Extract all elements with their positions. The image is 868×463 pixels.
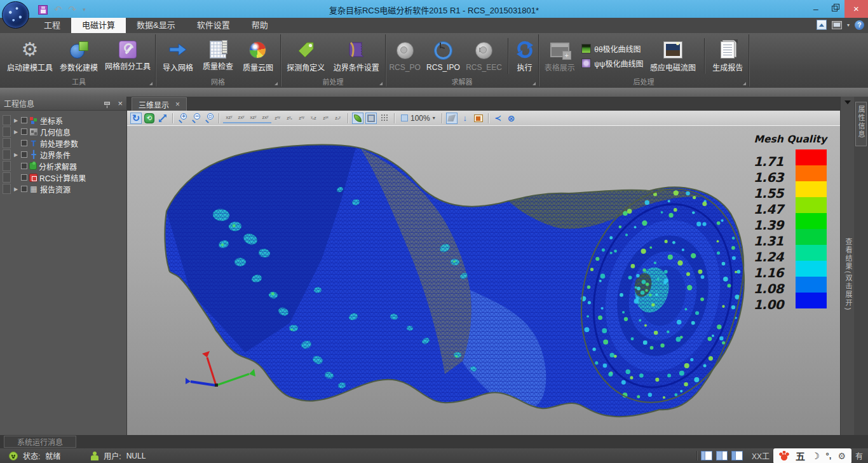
view-preset-8-button[interactable]: zʸˣ: [320, 113, 332, 123]
shaded-view-icon[interactable]: [354, 114, 362, 122]
tab-3d-display[interactable]: 三维显示 ×: [132, 97, 187, 111]
ime-gear-icon[interactable]: ⚙: [837, 451, 846, 461]
ui-style-dropdown-icon[interactable]: ▾: [847, 22, 850, 28]
tree-item-report-resources[interactable]: ▶▦报告资源: [0, 183, 126, 195]
tree-checkbox[interactable]: [21, 140, 27, 146]
redo-icon[interactable]: ↷: [69, 5, 77, 14]
minimize-button[interactable]: –: [806, 2, 825, 16]
tree-item-analysis-solver[interactable]: 分析求解器: [0, 160, 126, 172]
ime-paw-icon[interactable]: [779, 451, 789, 460]
tree-item-coordinate-system[interactable]: ▶坐标系: [0, 114, 126, 126]
zoom-in-icon[interactable]: +: [178, 113, 187, 123]
group-expander[interactable]: [532, 82, 536, 85]
close-tab-icon[interactable]: ×: [175, 100, 180, 108]
quality-check-button[interactable]: 质量检查: [200, 39, 236, 73]
menu-tab-3[interactable]: 软件设置: [186, 18, 241, 33]
strip-dropdown-icon[interactable]: [844, 100, 851, 104]
tree-checkbox[interactable]: [21, 151, 27, 158]
rotate-view-icon[interactable]: ↻: [130, 113, 142, 124]
restore-button[interactable]: [825, 2, 844, 16]
save-icon[interactable]: [38, 5, 48, 15]
parametric-modeling-button[interactable]: 参数化建模: [57, 38, 100, 74]
close-button[interactable]: ×: [844, 0, 868, 18]
mesh-partition-tool-button[interactable]: 网格剖分工具: [102, 39, 153, 73]
tree-checkbox[interactable]: [21, 163, 27, 169]
tree-item-preprocess-params[interactable]: T前处理参数: [0, 137, 126, 149]
tree-checkbox[interactable]: [21, 174, 27, 181]
view-preset-7-button[interactable]: ʸₓz: [308, 113, 320, 123]
ime-punctuation-icon[interactable]: °,: [826, 451, 832, 460]
rcs-eec-solver-button[interactable]: RCS_EEC: [463, 39, 505, 73]
refresh-view-icon[interactable]: ⟲: [144, 113, 154, 123]
view-preset-2-button[interactable]: xzʸ: [247, 113, 259, 123]
help-icon[interactable]: ?: [855, 20, 864, 30]
layout-bottom-panel-icon[interactable]: [731, 451, 743, 460]
menu-tab-2[interactable]: 数据&显示: [126, 18, 186, 33]
points-view-icon[interactable]: [381, 114, 389, 122]
app-logo-icon[interactable]: [2, 1, 29, 29]
clip-plane-icon[interactable]: [447, 114, 456, 121]
view-preset-5-button[interactable]: zʸₓ: [283, 113, 295, 123]
theta-polarization-curve-button[interactable]: θθ极化曲线图: [580, 43, 644, 55]
tree-expander-icon[interactable]: ▶: [13, 129, 19, 135]
tree-expander-icon[interactable]: ▶: [13, 186, 19, 192]
clear-view-icon[interactable]: ⊗: [506, 113, 517, 124]
export-image-icon[interactable]: [474, 114, 483, 122]
layout-left-panel-icon[interactable]: [701, 451, 712, 460]
view-preset-3-button[interactable]: zxʸ: [259, 113, 271, 123]
psi-polarization-curve-button[interactable]: ψψ极化曲线图: [580, 57, 644, 69]
view-preset-4-button[interactable]: zˣʸ: [271, 113, 283, 123]
rcs-po-solver-button[interactable]: RCS_PO: [386, 39, 423, 73]
detection-angle-button[interactable]: 探测角定义: [284, 38, 327, 74]
zoom-out-icon[interactable]: −: [191, 113, 200, 123]
group-expander[interactable]: [379, 82, 383, 85]
viewport-3d[interactable]: Mesh Quality 1.711.631.551.471.391.311.2…: [127, 126, 840, 435]
induced-current-map-button[interactable]: 感应电磁流图: [648, 38, 698, 74]
tree-expander-icon[interactable]: ▶: [13, 152, 19, 158]
zoom-level-control[interactable]: 100% ▾: [398, 114, 438, 123]
tree-checkbox[interactable]: [21, 128, 27, 135]
view-preset-9-button[interactable]: zₓʸ: [332, 113, 344, 123]
ime-moon-icon[interactable]: ☽: [811, 451, 820, 461]
tree-item-rcs-results[interactable]: RCS计算结果: [0, 172, 126, 183]
menu-tab-1[interactable]: 电磁计算: [71, 18, 126, 33]
undo-icon[interactable]: ↶: [54, 5, 62, 14]
menu-tab-0[interactable]: 工程: [33, 18, 71, 33]
view-results-tab[interactable]: 查看结果(双击展开): [843, 238, 853, 311]
collapse-ribbon-icon[interactable]: [817, 20, 827, 30]
zoom-dropdown-icon[interactable]: ▾: [433, 115, 435, 121]
close-panel-icon[interactable]: ×: [118, 100, 123, 107]
system-messages-tab[interactable]: 系统运行消息: [4, 436, 76, 448]
view-preset-1-button[interactable]: zxʸ: [235, 113, 247, 123]
quick-access-dropdown-icon[interactable]: ▾: [83, 6, 86, 13]
group-expander[interactable]: [275, 82, 278, 85]
zoom-fit-icon[interactable]: ▫: [205, 113, 214, 123]
boundary-condition-settings-button[interactable]: 边界条件设置: [331, 38, 382, 74]
group-expander[interactable]: [743, 82, 746, 85]
arrow-down-icon[interactable]: ↓: [459, 113, 471, 124]
ime-wubi-icon[interactable]: 五: [796, 449, 805, 462]
generate-report-button[interactable]: 生成报告: [710, 38, 745, 74]
table-display-button[interactable]: 表格展示: [542, 38, 578, 74]
menu-tab-4[interactable]: 帮助: [241, 18, 279, 33]
properties-tab[interactable]: 属性信息: [855, 102, 867, 146]
tree-checkbox[interactable]: [21, 186, 27, 192]
rcs-ipo-solver-button[interactable]: RCS_IPO: [424, 39, 463, 73]
tree-item-boundary-conditions[interactable]: ▶╋边界条件: [0, 149, 126, 160]
flow-icon[interactable]: ≺: [492, 113, 504, 124]
tree-expander-icon[interactable]: ▶: [13, 118, 19, 123]
group-expander[interactable]: [149, 82, 153, 85]
tree-checkbox[interactable]: [21, 117, 27, 123]
import-mesh-button[interactable]: 导入网格: [160, 38, 196, 74]
layout-wide-panel-icon[interactable]: [716, 451, 728, 460]
pin-icon[interactable]: [104, 102, 110, 105]
execute-button[interactable]: 执行: [512, 38, 538, 74]
ui-style-icon[interactable]: [832, 21, 842, 29]
wireframe-view-icon[interactable]: [367, 114, 375, 122]
pan-view-icon[interactable]: [157, 113, 168, 124]
tree-item-geometry-info[interactable]: ▶几何信息: [0, 126, 126, 137]
quality-cloud-map-button[interactable]: 质量云图: [240, 38, 276, 74]
view-preset-0-button[interactable]: xzʸ: [223, 113, 235, 123]
launch-modeling-tool-button[interactable]: ⚙ 启动建模工具: [4, 38, 55, 74]
view-preset-6-button[interactable]: zˣʸ: [295, 113, 308, 123]
